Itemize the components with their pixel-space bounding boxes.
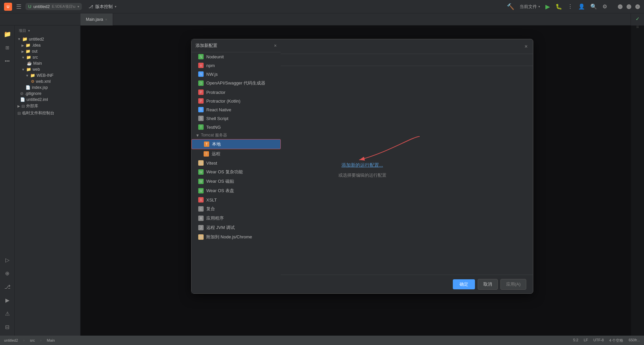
tree-label: Main <box>33 61 42 66</box>
config-item-protractor[interactable]: P Protractor <box>192 88 281 97</box>
wear-complex-icon: W <box>198 169 204 175</box>
sidebar-header[interactable]: 项目 ▾ <box>15 25 80 36</box>
project-switcher[interactable]: U untitled2 E:\IDEA项目\u ▾ <box>25 3 82 10</box>
config-item-label: npm <box>206 66 215 68</box>
config-item-shell-script[interactable]: S Shell Script <box>192 114 281 123</box>
close-window-button[interactable]: × <box>635 4 640 9</box>
sidebar: 项目 ▾ ▼ 📁 untitled2 ▶ 📁 .idea ▶ 📁 out ▼ 📁… <box>15 25 80 336</box>
more-tools-icon[interactable]: ••• <box>1 55 13 67</box>
tree-item-main[interactable]: ☕ Main <box>15 60 80 66</box>
config-item-xslt[interactable]: X XSLT <box>192 195 281 204</box>
tree-item-web[interactable]: ▼ 📁 web <box>15 66 80 72</box>
config-item-label: Protractor <box>206 90 225 95</box>
git-icon[interactable]: ⎇ <box>1 281 13 293</box>
run-button[interactable]: ▶ <box>545 3 550 10</box>
tree-item-scratches[interactable]: ⊟ 临时文件和控制台 <box>15 110 80 117</box>
tree-label: out <box>32 49 38 54</box>
group-label: Tomcat 服务器 <box>201 132 227 138</box>
wear-face-icon: W <box>198 188 204 193</box>
statusbar-src[interactable]: src <box>30 338 35 342</box>
dialog-body: 添加新配置 × N Nodeunit n npm <box>192 66 533 275</box>
config-item-vitest[interactable]: V Vitest <box>192 159 281 167</box>
config-item-testng[interactable]: T TestNG <box>192 123 281 131</box>
config-item-react-native[interactable]: R React Native <box>192 105 281 114</box>
config-item-tomcat-local[interactable]: T 本地 <box>192 139 281 149</box>
tree-item-idea[interactable]: ▶ 📁 .idea <box>15 42 80 48</box>
learn-icon[interactable]: ▷ <box>1 254 13 266</box>
statusbar-project[interactable]: untitled2 <box>4 338 18 342</box>
config-item-remote-jvm[interactable]: J 远程 JVM 调试 <box>192 223 281 232</box>
config-item-attach-nodejs[interactable]: N 附加到 Node.js/Chrome <box>192 232 281 242</box>
maximize-button[interactable]: □ <box>627 4 631 9</box>
xml-icon: ⚙ <box>31 79 35 84</box>
tree-label: src <box>33 55 38 60</box>
tree-item-src[interactable]: ▼ 📁 src <box>15 54 80 60</box>
gitignore-icon: ⊘ <box>20 91 23 96</box>
tree-label: web.xml <box>36 79 51 84</box>
menu-icon[interactable]: ☰ <box>16 3 21 10</box>
minimize-button[interactable]: ─ <box>618 4 623 9</box>
folder-icon: 📁 <box>25 43 31 48</box>
vcs-button[interactable]: ⎇ 版本控制 ▾ <box>86 3 119 11</box>
more-button[interactable]: ⋮ <box>568 3 573 10</box>
tree-item-web-xml[interactable]: ⚙ web.xml <box>15 78 80 84</box>
tree-item-web-inf[interactable]: ▼ 📁 WEB-INF <box>15 72 80 78</box>
statusbar-line-col[interactable]: 5:2 <box>573 338 578 343</box>
tree-item-out[interactable]: ▶ 📁 out <box>15 48 80 54</box>
config-item-protractor-kotlin[interactable]: P Protractor (Kotlin) <box>192 97 281 105</box>
add-run-config-link[interactable]: 添加新的运行配置... <box>341 162 383 168</box>
checkmark-icon[interactable]: ✓ <box>636 16 640 21</box>
config-item-nwjs[interactable]: N NW.js <box>192 70 281 78</box>
statusbar-encoding[interactable]: UTF-8 <box>593 338 604 343</box>
config-item-wear-face[interactable]: W Wear OS 表盘 <box>192 186 281 195</box>
tab-main-java[interactable]: Main.java × <box>80 13 113 25</box>
config-item-wear-tile[interactable]: W Wear OS 磁贴 <box>192 177 281 186</box>
current-file-button[interactable]: 当前文件 ▾ <box>520 4 540 10</box>
sidebar-chevron-icon: ▾ <box>28 29 30 33</box>
apply-button[interactable]: 应用(A) <box>500 279 526 290</box>
config-group-tomcat[interactable]: ▼ Tomcat 服务器 <box>192 131 281 139</box>
config-item-label: TestNG <box>206 125 221 130</box>
expand-icon: ▼ <box>25 74 29 77</box>
project-view-icon[interactable]: 📁 <box>1 28 13 40</box>
cancel-button[interactable]: 取消 <box>478 279 498 290</box>
hammer-icon[interactable]: 🔨 <box>507 3 514 10</box>
statusbar-main[interactable]: Main <box>47 338 55 342</box>
run-debug-icon[interactable]: ▶ <box>1 294 13 306</box>
statusbar-line-ending[interactable]: LF <box>584 338 588 343</box>
search-icon[interactable]: 🔍 <box>590 3 597 10</box>
java-file-icon: ☕ <box>27 61 32 66</box>
config-item-application[interactable]: A 应用程序 <box>192 214 281 223</box>
config-item-wear-complex[interactable]: W Wear OS 复杂功能 <box>192 167 281 177</box>
debug-button[interactable]: 🐛 <box>555 3 562 10</box>
structure-icon[interactable]: ⊞ <box>1 42 13 54</box>
config-item-compound[interactable]: C 复合 <box>192 204 281 214</box>
expand-icon: ▶ <box>21 44 24 47</box>
config-item-npm[interactable]: n npm <box>192 66 281 70</box>
config-item-label: Wear OS 表盘 <box>206 188 234 194</box>
tree-item-index-jsp[interactable]: 📄 index.jsp <box>15 84 80 91</box>
tree-item-iml[interactable]: 📄 untitled2.iml <box>15 97 80 103</box>
application-icon: A <box>198 216 204 221</box>
settings-icon[interactable]: ⚙ <box>602 3 607 10</box>
vitest-icon: V <box>198 160 204 166</box>
window-controls: ─ □ × <box>618 4 640 9</box>
config-item-openapi[interactable]: O OpenAPI/Swagger 代码生成器 <box>192 78 281 88</box>
tree-item-external-libs[interactable]: ▶ ⊟ 外部库 <box>15 103 80 110</box>
tree-label: 外部库 <box>26 103 38 109</box>
dialog-close-button[interactable]: × <box>525 44 528 50</box>
config-item-label: Shell Script <box>206 116 228 121</box>
terminal-icon[interactable]: ⊟ <box>1 321 13 333</box>
footer-buttons: 确定 取消 应用(A) <box>453 279 526 290</box>
problems-icon[interactable]: ⚠ <box>1 307 13 320</box>
ok-button[interactable]: 确定 <box>453 279 475 289</box>
user-icon[interactable]: 👤 <box>578 3 585 10</box>
plugins-icon[interactable]: ⊕ <box>1 267 13 279</box>
tree-item-root[interactable]: ▼ 📁 untitled2 <box>15 36 80 42</box>
expand-icon: ▶ <box>17 104 20 108</box>
config-item-tomcat-remote[interactable]: T 远程 <box>192 149 281 159</box>
tab-close-icon[interactable]: × <box>105 17 107 21</box>
openapi-icon: O <box>198 80 204 86</box>
statusbar-indent[interactable]: 4 个空格 <box>609 338 623 343</box>
tree-item-gitignore[interactable]: ⊘ .gitignore <box>15 91 80 97</box>
